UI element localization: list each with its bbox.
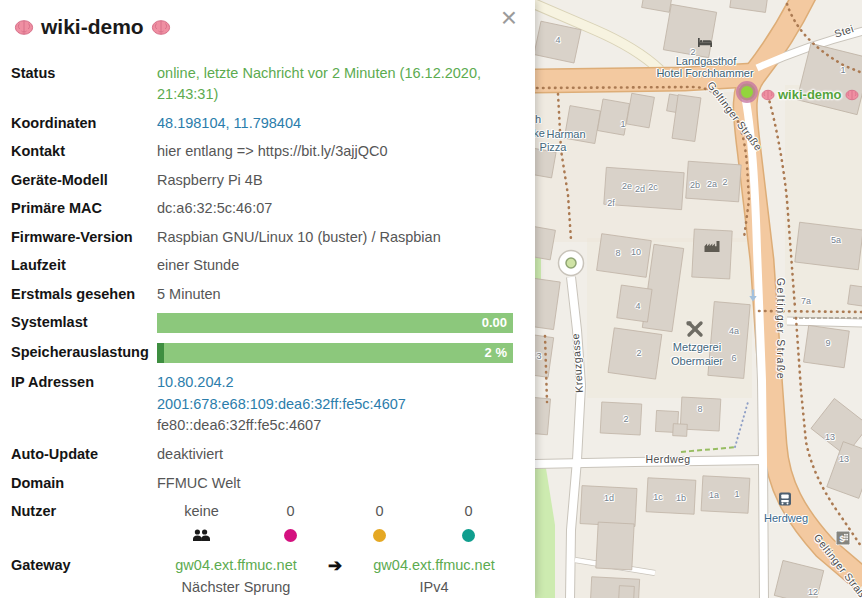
row-koordinaten: Koordinaten 48.198104, 11.798404 bbox=[11, 113, 513, 134]
clients-count: 0 bbox=[335, 501, 424, 522]
roundabout bbox=[559, 251, 584, 276]
gateway-hop-link[interactable]: gw04.ext.ffmuc.net bbox=[175, 557, 296, 573]
row-label: Gateway bbox=[11, 555, 157, 598]
gateway-ipv4-link[interactable]: gw04.ext.ffmuc.net bbox=[373, 557, 494, 573]
gateway-ipv4-sublabel: IPv4 bbox=[355, 576, 513, 598]
autoupdate-value: deaktiviert bbox=[157, 444, 513, 465]
clients-dot-teal bbox=[462, 529, 475, 542]
brain-emoji-icon bbox=[151, 19, 171, 36]
clients-5ghz-col: 0 bbox=[335, 501, 424, 547]
row-label: Laufzeit bbox=[11, 255, 157, 276]
ip-link-v4[interactable]: 10.80.204.2 bbox=[157, 372, 513, 394]
gateway-hop-sublabel: Nächster Sprung bbox=[157, 576, 315, 598]
brain-emoji-icon bbox=[761, 89, 775, 101]
clients-total: keine bbox=[157, 501, 246, 522]
gateway-ipv4-col: gw04.ext.ffmuc.net IPv4 bbox=[355, 555, 513, 598]
coordinates-link[interactable]: 48.198104, 11.798404 bbox=[157, 115, 301, 131]
node-map-label-text: wiki-demo bbox=[778, 87, 842, 102]
row-laufzeit: Laufzeit einer Stunde bbox=[11, 255, 513, 276]
row-status: Status online, letzte Nachricht vor 2 Mi… bbox=[11, 63, 513, 105]
row-label: Firmware-Version bbox=[11, 227, 157, 248]
row-gateway: Gateway gw04.ext.ffmuc.net Nächster Spru… bbox=[11, 555, 513, 598]
arrow-right-icon: ➔ bbox=[315, 555, 355, 576]
mac-value: dc:a6:32:5c:46:07 bbox=[157, 198, 513, 219]
status-value: online, letzte Nachricht vor 2 Minuten (… bbox=[157, 63, 513, 105]
row-label: Primäre MAC bbox=[11, 198, 157, 219]
brain-emoji-icon bbox=[845, 89, 859, 101]
row-label: Erstmals gesehen bbox=[11, 284, 157, 305]
clients-count: 0 bbox=[424, 501, 513, 522]
meshviewer-app: wiki-demo × Status online, letzte Nachri… bbox=[0, 0, 862, 598]
row-speicherauslastung: Speicherauslastung 2 % bbox=[11, 342, 513, 363]
page-title: wiki-demo bbox=[14, 15, 521, 39]
model-value: Raspberry Pi 4B bbox=[157, 170, 513, 191]
row-auto-update: Auto-Update deaktiviert bbox=[11, 444, 513, 465]
systemlast-bar: 0.00 bbox=[157, 313, 513, 333]
node-detail-rows: Status online, letzte Nachricht vor 2 Mi… bbox=[0, 63, 535, 598]
row-kontakt: Kontakt hier entlang => https://bit.ly/3… bbox=[11, 141, 513, 162]
firmware-value: Raspbian GNU/Linux 10 (buster) / Raspbia… bbox=[157, 227, 513, 248]
node-info-panel: wiki-demo × Status online, letzte Nachri… bbox=[0, 0, 535, 598]
row-geraete-modell: Geräte-Modell Raspberry Pi 4B bbox=[11, 170, 513, 191]
row-label: Nutzer bbox=[11, 501, 157, 547]
node-marker[interactable] bbox=[733, 78, 761, 110]
clients-icon bbox=[192, 529, 211, 542]
gateway-hop-col: gw04.ext.ffmuc.net Nächster Sprung bbox=[157, 555, 315, 598]
kontakt-value: hier entlang => https://bit.ly/3ajjQC0 bbox=[157, 141, 513, 162]
row-label: Geräte-Modell bbox=[11, 170, 157, 191]
row-label: Koordinaten bbox=[11, 113, 157, 134]
systemlast-value: 0.00 bbox=[482, 313, 507, 333]
close-icon[interactable]: × bbox=[501, 4, 517, 32]
row-label: Systemlast bbox=[11, 312, 157, 333]
row-label: Auto-Update bbox=[11, 444, 157, 465]
row-erstmals-gesehen: Erstmals gesehen 5 Minuten bbox=[11, 284, 513, 305]
clients-other-col: 0 bbox=[424, 501, 513, 547]
row-firmware: Firmware-Version Raspbian GNU/Linux 10 (… bbox=[11, 227, 513, 248]
node-title-text: wiki-demo bbox=[41, 15, 144, 39]
memory-value: 2 % bbox=[485, 343, 507, 363]
brain-emoji-icon bbox=[14, 19, 34, 36]
row-label: Domain bbox=[11, 473, 157, 494]
memory-bar: 2 % bbox=[157, 343, 513, 363]
grass-area bbox=[535, 462, 555, 598]
row-nutzer: Nutzer keine 0 bbox=[11, 501, 513, 547]
row-ip-adressen: IP Adressen 10.80.204.2 2001:678:e68:109… bbox=[11, 372, 513, 437]
uptime-value: einer Stunde bbox=[157, 255, 513, 276]
row-label: IP Adressen bbox=[11, 372, 157, 437]
ip-linklocal: fe80::dea6:32ff:fe5c:4607 bbox=[157, 415, 513, 437]
node-map-label[interactable]: wiki-demo bbox=[761, 87, 859, 102]
domain-value: FFMUC Welt bbox=[157, 473, 513, 494]
row-label: Kontakt bbox=[11, 141, 157, 162]
clients-count: 0 bbox=[246, 501, 335, 522]
row-label: Speicherauslastung bbox=[11, 342, 157, 363]
row-domain: Domain FFMUC Welt bbox=[11, 473, 513, 494]
row-systemlast: Systemlast 0.00 bbox=[11, 312, 513, 333]
memory-bar-fill bbox=[157, 343, 164, 363]
ip-link-v6[interactable]: 2001:678:e68:109:dea6:32ff:fe5c:4607 bbox=[157, 394, 513, 416]
row-label: Status bbox=[11, 63, 157, 105]
firstseen-value: 5 Minuten bbox=[157, 284, 513, 305]
clients-dot-magenta bbox=[284, 529, 297, 542]
panel-header: wiki-demo × bbox=[0, 0, 535, 39]
clients-total-col: keine bbox=[157, 501, 246, 547]
row-primaere-mac: Primäre MAC dc:a6:32:5c:46:07 bbox=[11, 198, 513, 219]
clients-dot-amber bbox=[373, 529, 386, 542]
clients-24ghz-col: 0 bbox=[246, 501, 335, 547]
map[interactable]: $ wiki-demo Geltinger StraßeGeltinger St… bbox=[535, 0, 862, 598]
